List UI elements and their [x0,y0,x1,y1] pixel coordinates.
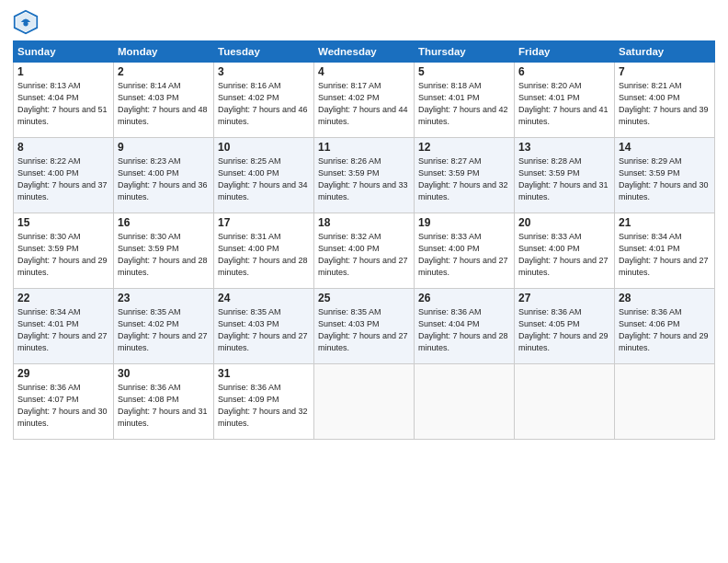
day-number: 15 [17,216,109,229]
day-info: Sunrise: 8:35 AMSunset: 4:03 PMDaylight:… [318,306,410,354]
calendar-cell: 16Sunrise: 8:30 AMSunset: 3:59 PMDayligh… [114,213,214,289]
calendar-cell: 19Sunrise: 8:33 AMSunset: 4:00 PMDayligh… [415,213,515,289]
generalblue-logo-icon [13,9,39,35]
calendar-cell: 31Sunrise: 8:36 AMSunset: 4:09 PMDayligh… [214,364,314,440]
day-info: Sunrise: 8:36 AMSunset: 4:07 PMDaylight:… [17,382,109,430]
calendar-cell: 6Sunrise: 8:20 AMSunset: 4:01 PMDaylight… [515,63,615,138]
day-number: 26 [418,292,510,304]
day-number: 3 [218,65,310,78]
day-number: 9 [118,141,210,154]
day-number: 5 [418,65,510,78]
calendar-cell: 24Sunrise: 8:35 AMSunset: 4:03 PMDayligh… [214,289,314,364]
day-number: 21 [619,216,711,229]
day-info: Sunrise: 8:32 AMSunset: 4:00 PMDaylight:… [318,231,410,279]
calendar-cell: 12Sunrise: 8:27 AMSunset: 3:59 PMDayligh… [415,138,515,213]
day-info: Sunrise: 8:27 AMSunset: 3:59 PMDaylight:… [418,155,510,203]
day-info: Sunrise: 8:36 AMSunset: 4:09 PMDaylight:… [218,382,310,430]
day-info: Sunrise: 8:36 AMSunset: 4:04 PMDaylight:… [418,306,510,354]
day-number: 6 [518,65,610,78]
calendar-cell: 29Sunrise: 8:36 AMSunset: 4:07 PMDayligh… [14,364,114,440]
calendar-row: 15Sunrise: 8:30 AMSunset: 3:59 PMDayligh… [14,213,715,289]
calendar-cell: 9Sunrise: 8:23 AMSunset: 4:00 PMDaylight… [114,138,214,213]
col-header-wednesday: Wednesday [314,41,415,63]
calendar-table: SundayMondayTuesdayWednesdayThursdayFrid… [13,40,715,440]
day-info: Sunrise: 8:35 AMSunset: 4:02 PMDaylight:… [118,306,210,354]
calendar-cell [415,364,515,440]
calendar-row: 8Sunrise: 8:22 AMSunset: 4:00 PMDaylight… [14,138,715,213]
day-info: Sunrise: 8:20 AMSunset: 4:01 PMDaylight:… [518,80,610,128]
day-info: Sunrise: 8:33 AMSunset: 4:00 PMDaylight:… [518,231,610,279]
calendar-cell: 7Sunrise: 8:21 AMSunset: 4:00 PMDaylight… [615,63,715,138]
calendar-cell: 1Sunrise: 8:13 AMSunset: 4:04 PMDaylight… [14,63,114,138]
header [13,9,715,35]
day-number: 4 [318,65,410,78]
day-info: Sunrise: 8:34 AMSunset: 4:01 PMDaylight:… [619,231,711,279]
day-info: Sunrise: 8:25 AMSunset: 4:00 PMDaylight:… [218,155,310,203]
calendar-cell: 26Sunrise: 8:36 AMSunset: 4:04 PMDayligh… [415,289,515,364]
day-number: 10 [218,141,310,154]
day-number: 31 [218,367,310,380]
day-info: Sunrise: 8:26 AMSunset: 3:59 PMDaylight:… [318,155,410,203]
logo [13,9,42,35]
day-number: 14 [619,141,711,154]
day-number: 22 [17,292,109,304]
day-number: 12 [418,141,510,154]
day-info: Sunrise: 8:17 AMSunset: 4:02 PMDaylight:… [318,80,410,128]
calendar-cell: 27Sunrise: 8:36 AMSunset: 4:05 PMDayligh… [515,289,615,364]
col-header-monday: Monday [114,41,214,63]
calendar-cell: 23Sunrise: 8:35 AMSunset: 4:02 PMDayligh… [114,289,214,364]
day-number: 2 [118,65,210,78]
day-info: Sunrise: 8:36 AMSunset: 4:08 PMDaylight:… [118,382,210,430]
day-info: Sunrise: 8:13 AMSunset: 4:04 PMDaylight:… [17,80,109,128]
day-number: 19 [418,216,510,229]
calendar-cell: 30Sunrise: 8:36 AMSunset: 4:08 PMDayligh… [114,364,214,440]
day-info: Sunrise: 8:22 AMSunset: 4:00 PMDaylight:… [17,155,109,203]
col-header-tuesday: Tuesday [214,41,314,63]
calendar-cell: 10Sunrise: 8:25 AMSunset: 4:00 PMDayligh… [214,138,314,213]
day-number: 27 [518,292,610,304]
day-number: 8 [17,141,109,154]
day-number: 17 [218,216,310,229]
day-number: 23 [118,292,210,304]
col-header-thursday: Thursday [415,41,515,63]
calendar-cell: 8Sunrise: 8:22 AMSunset: 4:00 PMDaylight… [14,138,114,213]
calendar-cell: 28Sunrise: 8:36 AMSunset: 4:06 PMDayligh… [615,289,715,364]
calendar-cell: 18Sunrise: 8:32 AMSunset: 4:00 PMDayligh… [314,213,415,289]
day-info: Sunrise: 8:34 AMSunset: 4:01 PMDaylight:… [17,306,109,354]
day-info: Sunrise: 8:31 AMSunset: 4:00 PMDaylight:… [218,231,310,279]
day-number: 16 [118,216,210,229]
calendar-cell [615,364,715,440]
day-info: Sunrise: 8:29 AMSunset: 3:59 PMDaylight:… [619,155,711,203]
day-number: 11 [318,141,410,154]
day-info: Sunrise: 8:36 AMSunset: 4:05 PMDaylight:… [518,306,610,354]
day-number: 24 [218,292,310,304]
day-number: 25 [318,292,410,304]
calendar-cell: 17Sunrise: 8:31 AMSunset: 4:00 PMDayligh… [214,213,314,289]
calendar-cell: 11Sunrise: 8:26 AMSunset: 3:59 PMDayligh… [314,138,415,213]
day-info: Sunrise: 8:21 AMSunset: 4:00 PMDaylight:… [619,80,711,128]
day-number: 29 [17,367,109,380]
page: SundayMondayTuesdayWednesdayThursdayFrid… [0,0,728,563]
day-number: 1 [17,65,109,78]
calendar-cell: 4Sunrise: 8:17 AMSunset: 4:02 PMDaylight… [314,63,415,138]
calendar-cell [314,364,415,440]
day-info: Sunrise: 8:30 AMSunset: 3:59 PMDaylight:… [118,231,210,279]
day-info: Sunrise: 8:14 AMSunset: 4:03 PMDaylight:… [118,80,210,128]
day-info: Sunrise: 8:30 AMSunset: 3:59 PMDaylight:… [17,231,109,279]
header-row: SundayMondayTuesdayWednesdayThursdayFrid… [14,41,715,63]
day-number: 13 [518,141,610,154]
calendar-cell: 2Sunrise: 8:14 AMSunset: 4:03 PMDaylight… [114,63,214,138]
col-header-friday: Friday [515,41,615,63]
day-info: Sunrise: 8:35 AMSunset: 4:03 PMDaylight:… [218,306,310,354]
calendar-cell: 5Sunrise: 8:18 AMSunset: 4:01 PMDaylight… [415,63,515,138]
day-info: Sunrise: 8:28 AMSunset: 3:59 PMDaylight:… [518,155,610,203]
day-number: 28 [619,292,711,304]
day-number: 20 [518,216,610,229]
calendar-cell [515,364,615,440]
calendar-cell: 20Sunrise: 8:33 AMSunset: 4:00 PMDayligh… [515,213,615,289]
svg-point-2 [23,21,28,26]
col-header-saturday: Saturday [615,41,715,63]
day-number: 30 [118,367,210,380]
calendar-cell: 13Sunrise: 8:28 AMSunset: 3:59 PMDayligh… [515,138,615,213]
calendar-cell: 21Sunrise: 8:34 AMSunset: 4:01 PMDayligh… [615,213,715,289]
